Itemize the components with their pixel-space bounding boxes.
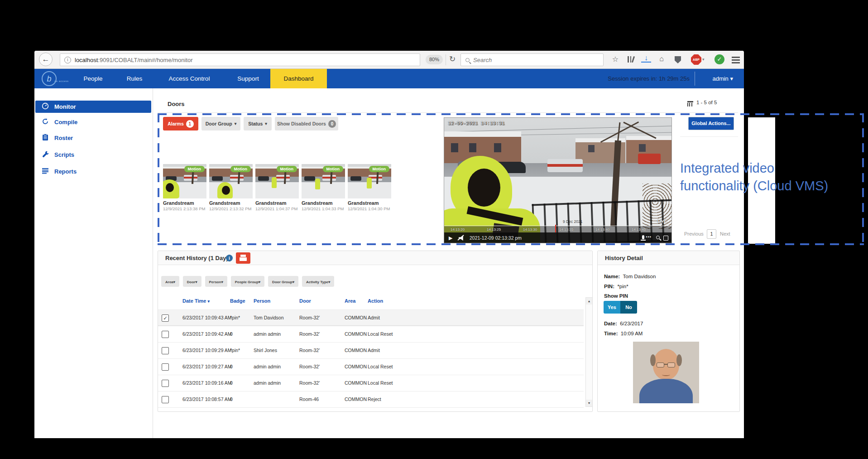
nav-item-access-control[interactable]: Access Control <box>162 69 216 88</box>
browser-search[interactable] <box>460 53 604 66</box>
table-row[interactable]: 6/23/2017 10:09:42 AM 0 admin admin Room… <box>158 326 584 342</box>
playhead-marker[interactable] <box>555 225 556 232</box>
user-menu[interactable]: admin ▾ <box>712 69 733 88</box>
table-row[interactable]: ✓ 6/23/2017 10:09:43 AM *pin* Tom Davids… <box>158 309 584 326</box>
recent-history-title: Recent History (1 Day) <box>165 255 228 261</box>
pagination-page-1[interactable]: 1 <box>707 229 716 239</box>
sidebar-item-monitor[interactable]: Monitor <box>35 101 151 113</box>
status-check-icon[interactable]: ✓ <box>715 54 724 64</box>
table-row[interactable]: 6/23/2017 10:09:16 AM 0 admin admin Room… <box>158 375 584 391</box>
table-row[interactable]: 6/23/2017 10:08:57 AM 0 Room-46 COMMON R… <box>158 391 584 407</box>
library-icon[interactable] <box>626 56 636 64</box>
cell-date: 6/23/2017 10:09:43 AM <box>182 315 232 320</box>
video-player[interactable]: 12-09-2021 14:13:31 LIVE 9 Dec 2021 14:1… <box>444 117 672 243</box>
camera-thumbnail[interactable]: Motion Grandstream 12/9/2021 2:13:38 PM <box>163 164 206 211</box>
fullscreen-icon[interactable] <box>663 236 668 241</box>
video-timeline[interactable]: 14:13:20 14:13:25 14:13:30 14:13:35 14:1… <box>444 226 672 232</box>
scroll-down-icon[interactable]: ▾ <box>586 400 592 406</box>
filter-door-group[interactable]: Door Group▾ <box>268 276 298 287</box>
cell-door: Room-32' <box>299 315 320 320</box>
timeline-tick: 14:13:30 <box>523 227 537 232</box>
shield-icon[interactable] <box>673 56 683 63</box>
reload-icon[interactable]: ↻ <box>449 54 456 64</box>
row-checkbox[interactable] <box>162 331 169 338</box>
url-path: :9091/COBALT/main#/home/monitor <box>98 57 192 63</box>
bookmark-star-icon[interactable]: ☆ <box>610 55 620 63</box>
nav-item-people[interactable]: People <box>78 69 108 88</box>
table-row[interactable]: 6/23/2017 10:09:29 AM *pin* Shirl Jones … <box>158 342 584 358</box>
nav-item-dashboard[interactable]: Dashboard <box>270 69 327 88</box>
show-pin-label: Show PIN <box>604 293 628 299</box>
camera-preview-image[interactable]: Motion <box>348 164 391 198</box>
sidebar-item-compile[interactable]: Compile <box>35 116 151 128</box>
column-header-area[interactable]: Area <box>345 298 355 304</box>
mic-icon[interactable] <box>642 235 644 239</box>
status-filter[interactable]: Status▾ <box>244 117 272 130</box>
row-checkbox[interactable]: ✓ <box>162 314 169 322</box>
download-icon[interactable]: ↓ <box>641 55 651 63</box>
site-info-icon[interactable]: i <box>64 57 71 63</box>
search-input[interactable] <box>473 57 586 63</box>
column-header-person[interactable]: Person <box>254 298 270 304</box>
column-header-date-time[interactable]: Date Time ▾ <box>182 298 210 304</box>
filter-activity-type[interactable]: Activity Type▾ <box>302 276 334 287</box>
door-group-label: Door Group <box>206 121 232 126</box>
filter-person[interactable]: Person▾ <box>205 276 227 287</box>
show-pin-yes-button[interactable]: Yes <box>604 301 620 314</box>
camera-thumbnail[interactable]: Motion Grandstream 12/9/2021 1:04:37 PM <box>255 164 299 211</box>
column-header-badge[interactable]: Badge <box>230 298 245 304</box>
alarms-button[interactable]: Alarms 1 <box>163 117 198 130</box>
show-pin-no-button[interactable]: No <box>620 301 637 314</box>
global-actions-button[interactable]: Global Actions... <box>688 117 734 130</box>
scroll-up-icon[interactable]: ▴ <box>586 298 592 304</box>
sidebar-item-reports[interactable]: Reports <box>35 165 151 178</box>
table-row[interactable]: 6/23/2017 10:09:27 AM 0 admin admin Room… <box>158 358 584 375</box>
door-group-filter[interactable]: Door Group▾ <box>201 117 240 130</box>
abp-icon[interactable]: ABP <box>691 54 701 65</box>
row-checkbox[interactable] <box>162 396 169 403</box>
show-pin-toggle: Yes No <box>604 301 637 314</box>
sidebar-item-scripts[interactable]: Scripts <box>35 149 151 161</box>
cell-action: Local Reset <box>368 380 393 386</box>
camera-preview-image[interactable]: Motion <box>302 164 345 198</box>
calendar-icon[interactable] <box>687 101 693 106</box>
menu-icon[interactable] <box>732 57 740 58</box>
column-header-door[interactable]: Door <box>299 298 311 304</box>
url-bar[interactable]: i localhost:9091/COBALT/main#/home/monit… <box>60 53 420 66</box>
nav-item-rules[interactable]: Rules <box>120 69 149 88</box>
print-button[interactable] <box>236 252 250 264</box>
pagination-next[interactable]: Next <box>720 231 730 237</box>
live-badge: LIVE <box>657 218 667 223</box>
doors-panel-title: Doors <box>168 101 185 107</box>
nav-item-support[interactable]: Support <box>230 69 266 88</box>
column-header-action[interactable]: Action <box>368 298 383 304</box>
navbar-divider <box>695 72 695 86</box>
table-row[interactable]: 6/23/2017 10:08:50 AM 0 admin admin Room… <box>158 407 584 412</box>
home-icon[interactable]: ⌂ <box>657 55 667 63</box>
abp-caret-icon[interactable]: ▾ <box>702 57 705 62</box>
camera-preview-image[interactable]: Motion <box>163 164 206 198</box>
more-options-icon[interactable]: ••• <box>646 235 652 239</box>
camera-preview-image[interactable]: Motion <box>209 164 253 198</box>
camera-preview-image[interactable]: Motion <box>255 164 299 198</box>
row-checkbox[interactable] <box>162 363 169 371</box>
info-icon[interactable]: i <box>226 255 233 261</box>
list-lines-icon <box>41 168 50 175</box>
zoom-level-badge[interactable]: 80% <box>426 55 443 64</box>
table-scrollbar[interactable]: ▴ ▾ <box>585 297 593 407</box>
row-checkbox[interactable] <box>162 347 169 354</box>
row-checkbox[interactable] <box>162 380 169 387</box>
back-button[interactable]: ← <box>39 53 53 66</box>
filter-door[interactable]: Door▾ <box>183 276 201 287</box>
play-icon[interactable]: ▶ <box>449 235 452 241</box>
camera-thumbnail[interactable]: Motion Grandstream 12/9/2021 1:04:30 PM <box>348 164 391 211</box>
filter-area[interactable]: Area▾ <box>161 276 179 287</box>
camera-thumbnail[interactable]: Motion Grandstream 12/9/2021 1:04:33 PM <box>302 164 345 211</box>
video-frame <box>444 118 671 243</box>
show-disabled-doors-button[interactable]: Show Disabled Doors 0 <box>275 117 338 130</box>
filter-people-group[interactable]: People Group▾ <box>231 276 264 287</box>
camera-thumbnail[interactable]: Motion Grandstream 12/9/2021 2:13:32 PM <box>209 164 253 211</box>
sidebar-item-roster[interactable]: Roster <box>35 132 151 144</box>
pagination-previous[interactable]: Previous <box>684 231 704 237</box>
zoom-icon[interactable] <box>656 236 660 239</box>
